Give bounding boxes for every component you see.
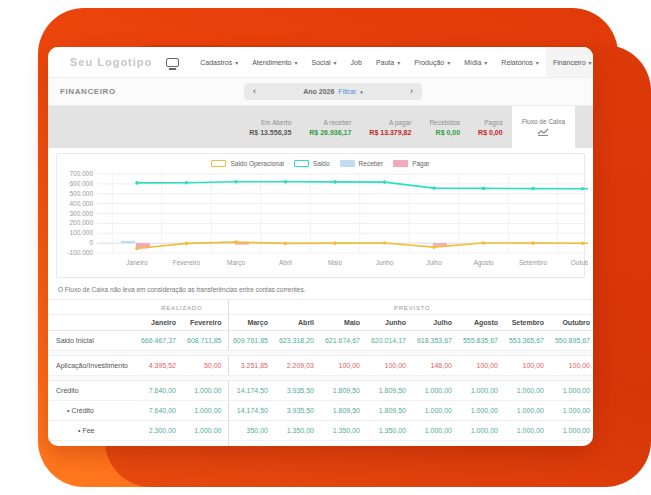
nav-item-relato-rios[interactable]: Relatórios▾ <box>494 47 546 77</box>
financial-table-container: REALIZADO PREVISTO JaneiroFevereiroMarço… <box>48 300 593 446</box>
page-header: FINANCEIRO ‹ Ano 2026 Filtrar ▾ › <box>48 78 593 106</box>
stat-a-pagar: A pagarR$ 13.379,82 <box>360 106 420 148</box>
month-header-setembro: Setembro <box>504 315 550 331</box>
svg-text:Outubro: Outubro <box>571 259 588 266</box>
month-header-maio: Maio <box>320 315 366 331</box>
nav-item-job[interactable]: Job <box>344 47 369 77</box>
svg-text:Setembro: Setembro <box>519 259 548 266</box>
cell-value: 3.935,50 <box>274 381 320 401</box>
legend-swatch <box>211 160 226 167</box>
cell-value: 7.640,00 <box>136 401 182 421</box>
table-row-cre-dito: • Crédito7.640,001.000,0014.174,503.935,… <box>48 401 593 421</box>
cell-value: 1.000,00 <box>550 421 593 441</box>
row-label: • Honorário <box>48 441 136 447</box>
nav-item-atendimento[interactable]: Atendimento▾ <box>245 47 304 77</box>
group-header-spacer <box>48 300 136 315</box>
monitor-icon <box>166 58 179 67</box>
cell-value: 0,00 <box>412 441 458 447</box>
row-label: Aplicação/Investimento <box>48 356 136 376</box>
month-header-marc-o: Março <box>228 315 274 331</box>
stat-a-receber: A receberR$ 26.936,17 <box>300 106 360 148</box>
cell-value: 555.835,67 <box>458 331 504 351</box>
cell-value: 0,00 <box>550 441 593 447</box>
cell-value: 0,00 <box>274 441 320 447</box>
legend-item-saldo[interactable]: Saldo <box>294 160 330 167</box>
svg-text:400.000: 400.000 <box>70 200 94 207</box>
svg-text:Junho: Junho <box>376 259 394 266</box>
cell-value: 1.000,00 <box>182 421 228 441</box>
cell-value: 608.711,85 <box>182 331 228 351</box>
next-year-button[interactable]: › <box>410 87 413 96</box>
summary-stats: Em AbertoR$ 13.556,35A receberR$ 26.936,… <box>240 106 511 148</box>
svg-text:Maio: Maio <box>328 259 342 266</box>
legend-item-receber[interactable]: Receber <box>340 160 384 167</box>
cell-value: 1.809,50 <box>366 381 412 401</box>
month-header-spacer <box>48 315 136 331</box>
month-header-julho: Julho <box>412 315 458 331</box>
cell-value: 1.809,50 <box>320 381 366 401</box>
legend-item-saldo-operacional[interactable]: Saldo Operacional <box>211 160 283 167</box>
cell-value: 1.350,00 <box>320 421 366 441</box>
table-row-cre-dito: Crédito7.640,001.000,0014.174,503.935,50… <box>48 381 593 401</box>
filter-caret-icon: ▾ <box>360 89 363 95</box>
cashflow-tab-label: Fluxo de Caixa <box>522 118 565 125</box>
cell-value: 3.251,85 <box>228 356 274 376</box>
screenshot-stage: Seu Logotipo Cadastros▾Atendimento▾Socia… <box>0 0 651 495</box>
cell-value: 50,00 <box>182 356 228 376</box>
cell-value: 0,00 <box>182 441 228 447</box>
row-label: • Fee <box>48 421 136 441</box>
table-row-saldo-inicial: Saldo Inicial666.467,37608.711,85609.761… <box>48 331 593 351</box>
prev-year-button[interactable]: ‹ <box>253 87 256 96</box>
group-header-previsto: PREVISTO <box>228 300 593 315</box>
svg-text:Janeiro: Janeiro <box>126 259 148 266</box>
cell-value: 350,00 <box>228 421 274 441</box>
nav-item-mi-dia[interactable]: Mídia▾ <box>457 47 494 77</box>
cell-value: 666.467,37 <box>136 331 182 351</box>
nav-item-financeiro[interactable]: Financeiro▾ <box>546 47 593 77</box>
cell-value: 1.000,00 <box>412 421 458 441</box>
svg-text:100.000: 100.000 <box>70 229 94 236</box>
year-selector: ‹ Ano 2026 Filtrar ▾ › <box>244 83 422 100</box>
cell-value: 1.809,50 <box>320 401 366 421</box>
group-header-realizado: REALIZADO <box>136 300 228 315</box>
filter-link[interactable]: Filtrar <box>338 88 356 95</box>
cell-value: 0,00 <box>366 441 412 447</box>
legend-swatch <box>294 160 309 167</box>
table-row-honora-rio: • Honorário0,000,000,000,000,000,000,000… <box>48 441 593 447</box>
svg-text:300.000: 300.000 <box>70 210 94 217</box>
cell-value: 620.014,17 <box>366 331 412 351</box>
row-label: Crédito <box>48 381 136 401</box>
legend-swatch <box>340 160 355 167</box>
cell-value: 2.209,03 <box>274 356 320 376</box>
table-month-header-row: JaneiroFevereiroMarçoAbrilMaioJunhoJulho… <box>48 315 593 331</box>
cell-value: 623.318,20 <box>274 331 320 351</box>
cell-value: 1.000,00 <box>550 401 593 421</box>
chevron-down-icon: ▾ <box>484 59 487 66</box>
cell-value: 148,00 <box>412 356 458 376</box>
cell-value: 609.761,85 <box>228 331 274 351</box>
summary-strip: Em AbertoR$ 13.556,35A receberR$ 26.936,… <box>48 106 593 148</box>
nav-item-social[interactable]: Social▾ <box>305 47 344 77</box>
cell-value: 621.674,67 <box>320 331 366 351</box>
month-header-outubro: Outubro <box>550 315 593 331</box>
stat-recebidos: RecebidosR$ 0,00 <box>420 106 469 148</box>
cell-value: 0,00 <box>504 441 550 447</box>
month-header-agosto: Agosto <box>458 315 504 331</box>
nav-item-cadastros[interactable]: Cadastros▾ <box>193 47 245 77</box>
table-row-aplicac-a-o-investimento: Aplicação/Investimento4.395,5250,003.251… <box>48 356 593 376</box>
row-label: • Crédito <box>48 401 136 421</box>
table-group-header-row: REALIZADO PREVISTO <box>48 300 593 315</box>
svg-text:200.000: 200.000 <box>70 219 94 226</box>
cell-value: 4.395,52 <box>136 356 182 376</box>
cell-value: 1.000,00 <box>504 401 550 421</box>
nav-item-pauta[interactable]: Pauta▾ <box>369 47 407 77</box>
nav-menu: Cadastros▾Atendimento▾Social▾JobPauta▾Pr… <box>193 47 593 77</box>
nav-item-produc-a-o[interactable]: Produção▾ <box>407 47 457 77</box>
cashflow-chart: 700.000600.000500.000400.000300.000200.0… <box>59 169 588 271</box>
chevron-down-icon: ▾ <box>334 59 337 66</box>
legend-item-pagar[interactable]: Pagar <box>393 160 429 167</box>
cell-value: 14.174,50 <box>228 381 274 401</box>
cashflow-tab[interactable]: Fluxo de Caixa <box>512 106 575 148</box>
cell-value: 100,00 <box>550 356 593 376</box>
cell-value: 1.000,00 <box>182 381 228 401</box>
